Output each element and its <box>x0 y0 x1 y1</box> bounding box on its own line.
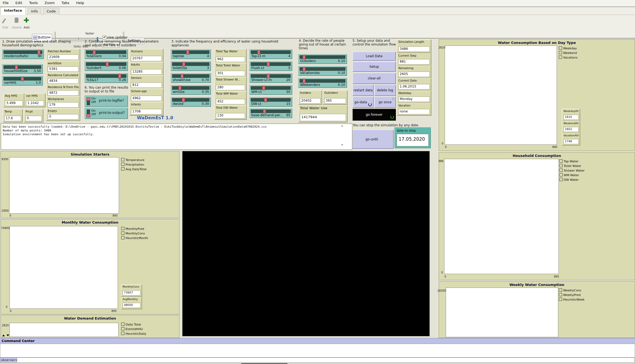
scroll-up-icon[interactable] <box>341 125 343 127</box>
restart-data-button[interactable]: restart data <box>352 85 374 96</box>
tab-code[interactable]: Code <box>43 8 59 15</box>
menu-tools[interactable]: Tools <box>26 0 40 5</box>
slider-wm-lt[interactable]: WM-Lt 50 <box>249 85 292 95</box>
slider-track[interactable] <box>4 77 41 80</box>
switch-print-to-output[interactable]: On Off print-to-output? <box>85 108 128 119</box>
switch-track[interactable] <box>87 109 90 117</box>
date-to-stop-input[interactable]: date-to-stop 17.05.2020 <box>395 127 431 148</box>
slider-showerUse[interactable]: showerUse 0.70 <box>171 73 211 83</box>
scroll-down-icon[interactable] <box>341 144 343 146</box>
slider-track[interactable] <box>300 79 345 83</box>
slider-handle[interactable] <box>178 86 181 90</box>
bottom-scrollbar[interactable] <box>0 362 635 364</box>
slider-dw-lt[interactable]: DW-Lt 15 <box>249 97 292 107</box>
delete-button-label[interactable]: Delete <box>11 26 23 29</box>
slider-handle[interactable] <box>182 62 185 66</box>
tab-interface[interactable]: Interface <box>1 7 26 15</box>
slider-track[interactable] <box>86 74 126 78</box>
slider-handle[interactable] <box>21 77 24 81</box>
menu-edit[interactable]: Edit <box>13 0 25 5</box>
slider-track[interactable] <box>251 74 291 78</box>
switch-track[interactable] <box>87 97 90 105</box>
slider-handle[interactable] <box>106 62 109 66</box>
slider-track[interactable] <box>172 86 209 90</box>
slider-toiletUse[interactable]: toiletUse 3 <box>171 61 211 71</box>
slider-track[interactable] <box>172 74 209 78</box>
slider-outsiders[interactable]: Outsiders 0.10 <box>298 54 347 64</box>
switch-handle[interactable] <box>86 97 90 101</box>
setup-button[interactable]: Setup <box>352 62 396 72</box>
slider-vacationists[interactable]: Vacationists 0.10 <box>298 66 347 76</box>
slider-flush-lt[interactable]: Flush-Lt 5 <box>249 61 292 71</box>
slider-handle[interactable] <box>15 65 18 69</box>
slider-handle[interactable] <box>264 98 267 102</box>
slider-varHHS[interactable]: varHHS 1.0 <box>2 76 43 86</box>
view-updates-checkbox[interactable] <box>102 36 106 39</box>
slider-track[interactable] <box>86 50 126 54</box>
slider-weekenders[interactable]: Weekenders 0.10 <box>298 78 347 88</box>
menu-tabs[interactable]: Tabs <box>59 0 72 5</box>
slider-handle[interactable] <box>267 74 270 78</box>
slider-residenceRatio[interactable]: residenceRatio 90 <box>2 49 44 59</box>
slider-tapUse[interactable]: tapUse 4 <box>171 49 211 59</box>
slider-handle[interactable] <box>186 50 189 54</box>
slider-seniors[interactable]: %Seniors 0.04 <box>85 49 128 59</box>
slider-handle[interactable] <box>93 50 96 54</box>
slider-track[interactable] <box>86 62 126 66</box>
input-value[interactable]: 17.05.2020 <box>397 134 429 146</box>
slider-base-demand[interactable]: base-demand-per... 65 <box>249 108 292 118</box>
add-button-label[interactable]: Add <box>22 26 31 29</box>
slider-handle[interactable] <box>182 98 185 102</box>
slider-handle[interactable] <box>303 55 306 59</box>
slider-track[interactable] <box>300 55 345 59</box>
load-data-button[interactable]: Load Data <box>352 51 396 61</box>
slider-handle[interactable] <box>267 62 270 66</box>
slider-track[interactable] <box>172 98 209 102</box>
slider-handle[interactable] <box>118 74 121 78</box>
slider-dwUse[interactable]: dwUse 0.30 <box>171 97 211 107</box>
tab-info[interactable]: Info <box>28 8 41 15</box>
slider-track[interactable] <box>251 98 291 102</box>
edit-icon[interactable] <box>3 18 5 24</box>
slider-track[interactable] <box>251 62 291 66</box>
clear-all-button[interactable]: clear-all <box>352 73 396 84</box>
add-icon[interactable] <box>24 18 29 22</box>
go-once-button[interactable]: Ggo once <box>374 96 396 108</box>
slider-5and17[interactable]: %5&17 0.26 <box>85 73 128 83</box>
slider-track[interactable] <box>172 50 209 54</box>
slider-householdSize[interactable]: householdSize 3.50 <box>2 64 43 74</box>
go-forever-button[interactable]: go forever <box>352 109 396 121</box>
slider-under5[interactable]: %Under5 0.06 <box>85 61 128 71</box>
slider-track[interactable] <box>251 86 291 90</box>
slider-track[interactable] <box>4 50 42 54</box>
go-until-button[interactable]: go-until <box>350 130 394 149</box>
command-center-expand-icon[interactable] <box>2 334 5 336</box>
slider-handle[interactable] <box>303 79 306 83</box>
delete-icon[interactable] <box>15 18 18 23</box>
slider-track[interactable] <box>300 67 345 71</box>
delete-log-button[interactable]: delete log <box>374 85 396 96</box>
switch-print-to-logfile[interactable]: On Off print-to-logfile? <box>85 95 128 107</box>
slider-handle[interactable] <box>37 50 40 54</box>
switch-handle[interactable] <box>86 114 90 117</box>
slider-wmUse[interactable]: wmUse 0.35 <box>171 85 211 95</box>
slider-track[interactable] <box>4 65 41 69</box>
edit-button-label[interactable]: Edit <box>1 26 10 29</box>
slider-handle[interactable] <box>262 86 265 90</box>
slider-handle[interactable] <box>303 67 306 71</box>
go-data-button[interactable]: go-data <box>352 96 374 108</box>
command-center-collapse-icon[interactable] <box>7 334 9 336</box>
command-center-header[interactable]: Command Center <box>0 338 635 344</box>
command-input[interactable] <box>17 357 634 363</box>
slider-handle[interactable] <box>263 109 266 114</box>
menu-file[interactable]: File <box>0 0 11 5</box>
slider-track[interactable] <box>251 50 291 54</box>
slider-track[interactable] <box>172 62 209 66</box>
slider-handle[interactable] <box>181 74 184 78</box>
slider-tap-lt-m[interactable]: Tap-Lt-m 4 <box>249 49 292 59</box>
menu-zoom[interactable]: Zoom <box>42 0 57 5</box>
slider-shower-lt-m[interactable]: Shower-Lt-m 20 <box>249 73 292 83</box>
slider-track[interactable] <box>251 109 291 113</box>
menu-help[interactable]: Help <box>73 0 87 5</box>
slider-handle[interactable] <box>257 50 260 54</box>
